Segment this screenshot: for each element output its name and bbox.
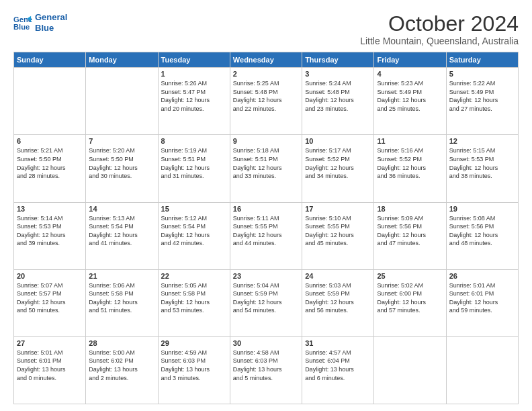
- calendar-cell: 12Sunrise: 5:15 AM Sunset: 5:53 PM Dayli…: [446, 135, 518, 202]
- calendar-cell: 6Sunrise: 5:21 AM Sunset: 5:50 PM Daylig…: [14, 135, 86, 202]
- day-info: Sunrise: 4:59 AM Sunset: 6:03 PM Dayligh…: [161, 349, 227, 382]
- day-info: Sunrise: 5:21 AM Sunset: 5:50 PM Dayligh…: [17, 146, 83, 180]
- calendar-body: 1Sunrise: 5:26 AM Sunset: 5:47 PM Daylig…: [14, 68, 519, 404]
- day-info: Sunrise: 5:19 AM Sunset: 5:51 PM Dayligh…: [161, 146, 227, 180]
- day-info: Sunrise: 5:00 AM Sunset: 6:02 PM Dayligh…: [89, 349, 154, 382]
- day-number: 14: [89, 205, 154, 213]
- day-info: Sunrise: 5:25 AM Sunset: 5:48 PM Dayligh…: [233, 79, 299, 113]
- calendar: SundayMondayTuesdayWednesdayThursdayFrid…: [13, 52, 519, 404]
- day-number: 3: [305, 70, 371, 78]
- day-info: Sunrise: 5:26 AM Sunset: 5:47 PM Dayligh…: [161, 79, 227, 113]
- day-number: 16: [233, 205, 299, 213]
- calendar-cell: 30Sunrise: 4:58 AM Sunset: 6:03 PM Dayli…: [230, 336, 302, 404]
- header: General Blue General Blue October 2024 L…: [13, 12, 519, 46]
- day-info: Sunrise: 5:05 AM Sunset: 5:58 PM Dayligh…: [161, 281, 227, 315]
- weekday-header-monday: Monday: [86, 52, 158, 68]
- day-number: 10: [305, 137, 371, 145]
- calendar-cell: 15Sunrise: 5:12 AM Sunset: 5:54 PM Dayli…: [158, 202, 230, 269]
- calendar-cell: 8Sunrise: 5:19 AM Sunset: 5:51 PM Daylig…: [158, 135, 230, 202]
- week-row-2: 13Sunrise: 5:14 AM Sunset: 5:53 PM Dayli…: [14, 202, 519, 269]
- day-number: 24: [305, 272, 371, 280]
- month-title: October 2024: [360, 12, 519, 36]
- svg-text:Blue: Blue: [13, 23, 30, 31]
- weekday-header-friday: Friday: [374, 52, 446, 68]
- day-number: 9: [233, 137, 299, 145]
- day-number: 28: [89, 339, 154, 347]
- calendar-cell: 3Sunrise: 5:24 AM Sunset: 5:48 PM Daylig…: [302, 68, 374, 135]
- calendar-cell: 10Sunrise: 5:17 AM Sunset: 5:52 PM Dayli…: [302, 135, 374, 202]
- calendar-cell: 25Sunrise: 5:02 AM Sunset: 6:00 PM Dayli…: [374, 269, 446, 336]
- calendar-cell: 9Sunrise: 5:18 AM Sunset: 5:51 PM Daylig…: [230, 135, 302, 202]
- calendar-cell: 26Sunrise: 5:01 AM Sunset: 6:01 PM Dayli…: [446, 269, 518, 336]
- calendar-cell: 1Sunrise: 5:26 AM Sunset: 5:47 PM Daylig…: [158, 68, 230, 135]
- day-info: Sunrise: 5:01 AM Sunset: 6:01 PM Dayligh…: [449, 281, 515, 315]
- day-number: 8: [161, 137, 227, 145]
- day-number: 12: [449, 137, 515, 145]
- calendar-cell: 20Sunrise: 5:07 AM Sunset: 5:57 PM Dayli…: [14, 269, 86, 336]
- day-info: Sunrise: 5:10 AM Sunset: 5:55 PM Dayligh…: [305, 214, 371, 248]
- calendar-cell: 31Sunrise: 4:57 AM Sunset: 6:04 PM Dayli…: [302, 336, 374, 404]
- week-row-1: 6Sunrise: 5:21 AM Sunset: 5:50 PM Daylig…: [14, 135, 519, 202]
- day-number: 26: [449, 272, 515, 280]
- calendar-cell: 2Sunrise: 5:25 AM Sunset: 5:48 PM Daylig…: [230, 68, 302, 135]
- day-info: Sunrise: 5:07 AM Sunset: 5:57 PM Dayligh…: [17, 281, 83, 315]
- day-info: Sunrise: 5:23 AM Sunset: 5:49 PM Dayligh…: [377, 79, 443, 113]
- day-number: 23: [233, 272, 299, 280]
- day-info: Sunrise: 5:20 AM Sunset: 5:50 PM Dayligh…: [89, 146, 154, 180]
- calendar-cell: 18Sunrise: 5:09 AM Sunset: 5:56 PM Dayli…: [374, 202, 446, 269]
- calendar-cell: 5Sunrise: 5:22 AM Sunset: 5:49 PM Daylig…: [446, 68, 518, 135]
- calendar-cell: 28Sunrise: 5:00 AM Sunset: 6:02 PM Dayli…: [86, 336, 158, 404]
- day-info: Sunrise: 5:04 AM Sunset: 5:59 PM Dayligh…: [233, 281, 299, 315]
- day-info: Sunrise: 5:12 AM Sunset: 5:54 PM Dayligh…: [161, 214, 227, 248]
- day-number: 18: [377, 205, 443, 213]
- calendar-cell: 29Sunrise: 4:59 AM Sunset: 6:03 PM Dayli…: [158, 336, 230, 404]
- day-number: 1: [161, 70, 227, 78]
- calendar-cell: 4Sunrise: 5:23 AM Sunset: 5:49 PM Daylig…: [374, 68, 446, 135]
- week-row-3: 20Sunrise: 5:07 AM Sunset: 5:57 PM Dayli…: [14, 269, 519, 336]
- location: Little Mountain, Queensland, Australia: [360, 36, 519, 46]
- day-number: 15: [161, 205, 227, 213]
- day-info: Sunrise: 5:14 AM Sunset: 5:53 PM Dayligh…: [17, 214, 83, 248]
- day-info: Sunrise: 5:17 AM Sunset: 5:52 PM Dayligh…: [305, 146, 371, 180]
- day-info: Sunrise: 5:24 AM Sunset: 5:48 PM Dayligh…: [305, 79, 371, 113]
- day-number: 31: [305, 339, 371, 347]
- day-number: 2: [233, 70, 299, 78]
- calendar-cell: [374, 336, 446, 404]
- calendar-cell: 21Sunrise: 5:06 AM Sunset: 5:58 PM Dayli…: [86, 269, 158, 336]
- day-info: Sunrise: 5:16 AM Sunset: 5:52 PM Dayligh…: [377, 146, 443, 180]
- calendar-cell: 7Sunrise: 5:20 AM Sunset: 5:50 PM Daylig…: [86, 135, 158, 202]
- day-info: Sunrise: 5:22 AM Sunset: 5:49 PM Dayligh…: [449, 79, 515, 113]
- day-number: 7: [89, 137, 154, 145]
- weekday-header-thursday: Thursday: [302, 52, 374, 68]
- day-number: 17: [305, 205, 371, 213]
- day-number: 19: [449, 205, 515, 213]
- day-info: Sunrise: 5:03 AM Sunset: 5:59 PM Dayligh…: [305, 281, 371, 315]
- calendar-cell: 13Sunrise: 5:14 AM Sunset: 5:53 PM Dayli…: [14, 202, 86, 269]
- day-number: 29: [161, 339, 227, 347]
- calendar-cell: 17Sunrise: 5:10 AM Sunset: 5:55 PM Dayli…: [302, 202, 374, 269]
- day-number: 27: [17, 339, 83, 347]
- day-number: 11: [377, 137, 443, 145]
- weekday-header-sunday: Sunday: [14, 52, 86, 68]
- weekday-header-row: SundayMondayTuesdayWednesdayThursdayFrid…: [14, 52, 519, 68]
- week-row-0: 1Sunrise: 5:26 AM Sunset: 5:47 PM Daylig…: [14, 68, 519, 135]
- weekday-header-tuesday: Tuesday: [158, 52, 230, 68]
- day-info: Sunrise: 5:13 AM Sunset: 5:54 PM Dayligh…: [89, 214, 154, 248]
- day-number: 20: [17, 272, 83, 280]
- day-number: 25: [377, 272, 443, 280]
- calendar-cell: 24Sunrise: 5:03 AM Sunset: 5:59 PM Dayli…: [302, 269, 374, 336]
- day-info: Sunrise: 5:11 AM Sunset: 5:55 PM Dayligh…: [233, 214, 299, 248]
- calendar-cell: [14, 68, 86, 135]
- day-info: Sunrise: 4:58 AM Sunset: 6:03 PM Dayligh…: [233, 349, 299, 382]
- calendar-cell: 23Sunrise: 5:04 AM Sunset: 5:59 PM Dayli…: [230, 269, 302, 336]
- day-number: 5: [449, 70, 515, 78]
- day-info: Sunrise: 5:06 AM Sunset: 5:58 PM Dayligh…: [89, 281, 154, 315]
- logo-text: General Blue: [35, 12, 67, 33]
- weekday-header-saturday: Saturday: [446, 52, 518, 68]
- day-info: Sunrise: 5:09 AM Sunset: 5:56 PM Dayligh…: [377, 214, 443, 248]
- logo-icon: General Blue: [13, 13, 32, 32]
- day-number: 22: [161, 272, 227, 280]
- calendar-cell: 27Sunrise: 5:01 AM Sunset: 6:01 PM Dayli…: [14, 336, 86, 404]
- day-info: Sunrise: 4:57 AM Sunset: 6:04 PM Dayligh…: [305, 349, 371, 382]
- title-block: October 2024 Little Mountain, Queensland…: [360, 12, 519, 46]
